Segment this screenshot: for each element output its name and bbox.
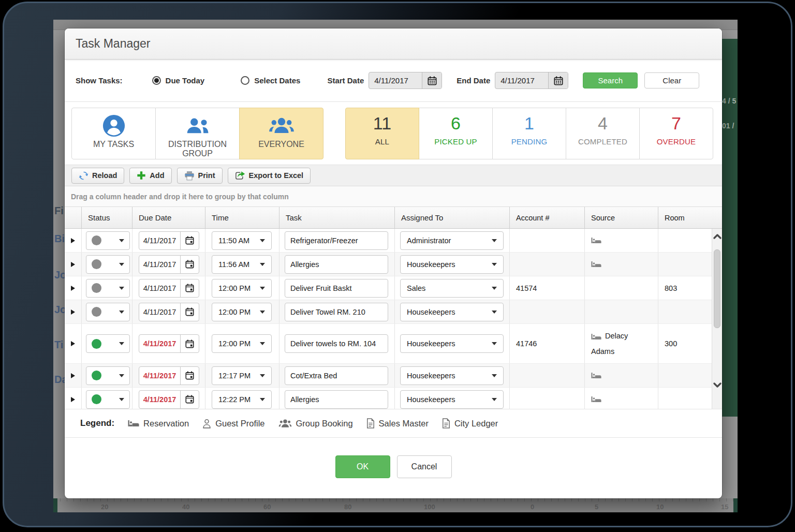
status-dropdown[interactable] (86, 255, 130, 274)
table-row: 4/11/2017 12:00 PM Deliver Towel RM. 210… (65, 300, 722, 324)
time-dropdown[interactable]: 12:17 PM (212, 366, 272, 385)
column-header-status[interactable]: Status (82, 207, 132, 228)
tab-completed[interactable]: 4 COMPLETED (566, 108, 640, 159)
task-input[interactable]: Deliver Fruit Baskt (285, 279, 388, 298)
time-dropdown[interactable]: 11:50 AM (212, 231, 272, 250)
assigned-dropdown[interactable]: Sales (400, 279, 504, 298)
account-cell (510, 388, 585, 409)
bg-chart-bar (733, 498, 738, 512)
tab-my-tasks[interactable]: MY TASKS (71, 108, 156, 159)
end-date-input[interactable]: 4/11/2017 (495, 72, 548, 88)
assigned-dropdown[interactable]: Housekeepers (400, 334, 504, 353)
expand-row-icon[interactable] (71, 397, 75, 402)
due-date-picker[interactable]: 4/11/2017 (139, 334, 199, 353)
time-dropdown[interactable]: 11:56 AM (212, 255, 272, 274)
time-dropdown[interactable]: 12:00 PM (212, 303, 272, 321)
assigned-dropdown[interactable]: Housekeepers (400, 390, 504, 409)
expand-row-icon[interactable] (71, 309, 75, 315)
column-header-room[interactable]: Room (658, 207, 712, 228)
calendar-icon[interactable] (180, 335, 199, 352)
time-dropdown[interactable]: 12:22 PM (212, 390, 272, 409)
column-header-account[interactable]: Account # (510, 207, 585, 228)
assigned-dropdown[interactable]: Housekeepers (400, 255, 504, 274)
due-today-radio[interactable] (152, 76, 161, 85)
due-date-picker[interactable]: 4/11/2017 (139, 303, 199, 321)
add-button[interactable]: Add (129, 168, 171, 184)
task-input[interactable]: Refrigerator/Freezer (285, 231, 388, 250)
due-date-picker[interactable]: 4/11/2017 (139, 366, 199, 385)
assigned-dropdown[interactable]: Housekeepers (400, 303, 504, 321)
export-excel-button[interactable]: Export to Excel (228, 168, 311, 184)
calendar-icon[interactable] (180, 303, 199, 321)
ok-button[interactable]: OK (335, 455, 390, 478)
task-input[interactable]: Deliver Towel RM. 210 (285, 303, 388, 321)
assigned-dropdown[interactable]: Administrator (400, 231, 504, 250)
task-input[interactable]: Cot/Extra Bed (285, 366, 388, 385)
time-dropdown[interactable]: 12:00 PM (212, 279, 272, 298)
time-value: 12:17 PM (218, 372, 251, 380)
due-date-picker[interactable]: 4/11/2017 (139, 279, 199, 298)
reload-button[interactable]: Reload (71, 168, 124, 184)
status-label: PICKED UP (434, 137, 477, 146)
status-dropdown[interactable] (86, 303, 130, 321)
expand-row-icon[interactable] (71, 262, 75, 267)
select-dates-label[interactable]: Select Dates (254, 76, 300, 85)
scroll-down-icon[interactable] (713, 381, 722, 389)
status-dropdown[interactable] (86, 231, 130, 250)
status-dropdown[interactable] (86, 366, 130, 385)
expand-row-icon[interactable] (71, 286, 75, 291)
time-dropdown[interactable]: 12:00 PM (212, 334, 272, 353)
assigned-dropdown[interactable]: Housekeepers (400, 366, 504, 385)
axis-tick-label: 60 (263, 503, 271, 511)
expand-row-icon[interactable] (71, 341, 75, 346)
expand-row-icon[interactable] (71, 238, 75, 243)
task-input[interactable]: Deliver towels to RM. 104 (285, 334, 388, 353)
column-header-task[interactable]: Task (279, 207, 395, 228)
scrollbar-thumb[interactable] (714, 249, 720, 328)
tab-picked-up[interactable]: 6 PICKED UP (419, 108, 493, 159)
column-header-source[interactable]: Source (585, 207, 658, 228)
cancel-button[interactable]: Cancel (397, 455, 452, 478)
tab-pending[interactable]: 1 PENDING (492, 108, 566, 159)
search-button[interactable]: Search (583, 72, 638, 88)
room-cell (658, 364, 712, 387)
bg-fragment: Ti (54, 339, 63, 351)
tab-overdue[interactable]: 7 OVERDUE (639, 108, 713, 159)
due-today-label[interactable]: Due Today (166, 76, 205, 85)
task-input[interactable]: Allergies (285, 255, 388, 274)
scroll-up-icon[interactable] (713, 233, 722, 240)
start-date-input[interactable]: 4/11/2017 (369, 72, 422, 88)
status-dropdown[interactable] (86, 334, 130, 353)
bed-icon (591, 372, 601, 379)
calendar-icon[interactable] (180, 279, 199, 297)
calendar-icon[interactable] (180, 232, 199, 249)
calendar-icon[interactable] (180, 391, 199, 408)
tab-everyone[interactable]: EVERYONE (239, 108, 323, 159)
calendar-icon[interactable] (180, 256, 199, 273)
chevron-down-icon (119, 287, 124, 290)
expand-row-icon[interactable] (71, 373, 75, 378)
tab-all[interactable]: 11 ALL (345, 108, 419, 159)
task-input[interactable]: Allergies (285, 390, 388, 409)
column-header-time[interactable]: Time (205, 207, 279, 228)
start-date-calendar-button[interactable] (422, 72, 441, 88)
status-dropdown[interactable] (86, 390, 130, 409)
due-date-picker[interactable]: 4/11/2017 (139, 231, 199, 250)
due-date-picker[interactable]: 4/11/2017 (139, 255, 199, 274)
group-by-dropzone[interactable]: Drag a column header and drop it here to… (65, 186, 722, 207)
select-dates-radio[interactable] (241, 76, 249, 85)
print-button[interactable]: Print (177, 168, 223, 184)
chevron-down-icon (119, 263, 124, 266)
vertical-scrollbar[interactable] (712, 229, 722, 409)
due-date-picker[interactable]: 4/11/2017 (139, 390, 199, 409)
tab-distribution-group[interactable]: DISTRIBUTION GROUP (155, 108, 240, 159)
end-date-calendar-button[interactable] (548, 72, 568, 88)
status-dropdown[interactable] (86, 279, 130, 298)
calendar-icon[interactable] (180, 367, 199, 385)
export-label: Export to Excel (249, 171, 304, 180)
column-header-assigned[interactable]: Assigned To (395, 207, 510, 228)
clear-button[interactable]: Clear (644, 72, 699, 88)
scrollbar-column-header (712, 207, 722, 228)
status-count: 7 (671, 112, 681, 134)
column-header-due-date[interactable]: Due Date (132, 207, 205, 228)
